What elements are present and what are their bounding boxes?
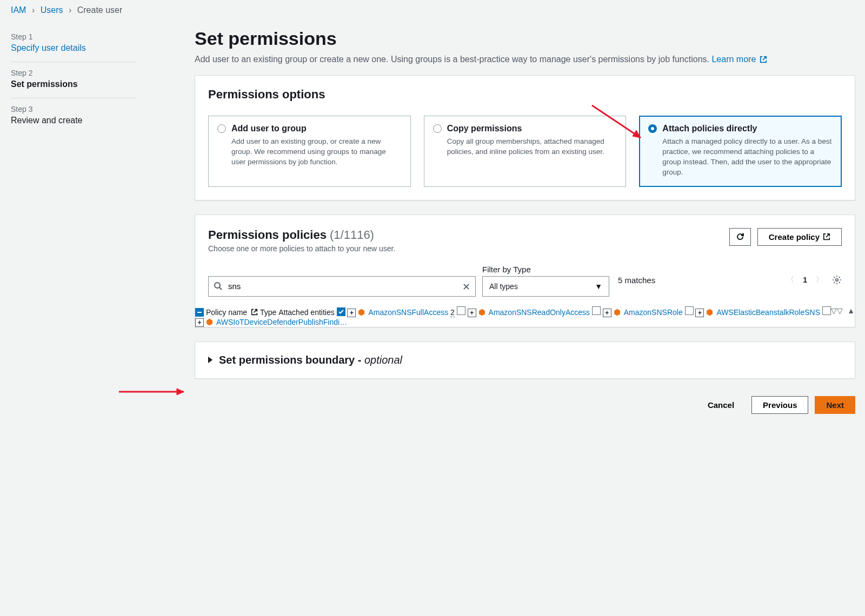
step-label: Step 1: [11, 32, 135, 41]
option-title: Add user to group: [231, 124, 307, 133]
policy-box-icon: ⬢: [706, 307, 713, 317]
wizard-footer: Cancel Previous Next: [195, 393, 855, 414]
breadcrumb-iam[interactable]: IAM: [11, 5, 26, 15]
policy-link[interactable]: AWSElasticBeanstalkRoleSNS: [716, 308, 820, 317]
policies-count: (1/1116): [330, 228, 374, 242]
breadcrumb-users[interactable]: Users: [41, 5, 63, 15]
policy-box-icon: ⬢: [614, 307, 621, 317]
svg-rect-2: [197, 312, 202, 313]
option-add-to-group[interactable]: Add user to group Add user to an existin…: [208, 116, 411, 187]
page-next[interactable]: 〉: [816, 275, 823, 285]
page-prev[interactable]: 〈: [787, 275, 794, 285]
step-1[interactable]: Step 1 Specify user details: [11, 26, 135, 62]
option-desc: Attach a managed policy directly to a us…: [648, 137, 833, 178]
previous-button[interactable]: Previous: [751, 396, 808, 414]
caret-down-icon: ▼: [595, 282, 602, 291]
col-attached[interactable]: Attached entities: [278, 308, 335, 317]
step-title: Review and create: [11, 116, 135, 125]
boundary-optional: optional: [364, 354, 402, 366]
option-desc: Add user to an existing group, or create…: [217, 137, 402, 168]
caret-right-icon[interactable]: [208, 357, 212, 363]
learn-more-link[interactable]: Learn more: [711, 55, 767, 64]
filter-type-label: Filter by Type: [482, 265, 609, 274]
permissions-boundary-panel[interactable]: Set permissions boundary - optional: [195, 342, 855, 379]
create-policy-button[interactable]: Create policy: [757, 228, 842, 246]
page-number: 1: [803, 276, 807, 284]
policy-link[interactable]: AmazonSNSFullAccess: [368, 308, 448, 317]
expand-button[interactable]: +: [195, 318, 204, 327]
refresh-button[interactable]: [729, 228, 751, 246]
radio-icon[interactable]: [648, 124, 657, 133]
policy-box-icon: ⬢: [358, 307, 365, 317]
policy-box-icon: ⬢: [206, 317, 213, 326]
gear-icon: [832, 275, 842, 285]
policy-box-icon: ⬢: [478, 307, 485, 317]
expand-button[interactable]: +: [347, 309, 356, 317]
option-title: Copy permissions: [447, 124, 522, 133]
select-all-checkbox[interactable]: [195, 308, 204, 317]
option-desc: Copy all group memberships, attached man…: [433, 137, 617, 157]
boundary-title: Set permissions boundary -: [219, 354, 364, 366]
row-checkbox[interactable]: [685, 306, 694, 315]
chevron-right-icon: ›: [69, 5, 71, 15]
page-description: Add user to an existing group or create …: [195, 55, 855, 64]
step-title[interactable]: Specify user details: [11, 43, 135, 53]
breadcrumb: IAM › Users › Create user: [0, 0, 865, 21]
row-checkbox[interactable]: [457, 306, 465, 315]
step-3: Step 3 Review and create: [11, 98, 135, 134]
policy-link[interactable]: AmazonSNSRole: [624, 308, 683, 317]
external-link-icon: [760, 56, 767, 63]
policies-title: Permissions policies (1/1116): [208, 228, 374, 242]
option-attach-directly[interactable]: Attach policies directly Attach a manage…: [639, 116, 842, 187]
cancel-button[interactable]: Cancel: [697, 396, 745, 414]
step-label: Step 2: [11, 69, 135, 77]
refresh-icon: [736, 232, 744, 241]
row-checkbox[interactable]: [337, 307, 345, 316]
external-link-icon: [823, 233, 830, 240]
step-2: Step 2 Set permissions: [11, 62, 135, 98]
search-icon: [214, 282, 222, 290]
chevron-right-icon: ›: [32, 5, 35, 15]
option-title: Attach policies directly: [662, 124, 757, 133]
match-count: 5 matches: [618, 276, 655, 285]
sort-asc-icon[interactable]: ▲: [847, 306, 855, 315]
search-wrap: ✕: [208, 276, 476, 297]
policies-subtitle: Choose one or more policies to attach to…: [208, 244, 395, 253]
option-copy-permissions[interactable]: Copy permissions Copy all group membersh…: [424, 116, 627, 187]
svg-point-1: [836, 279, 839, 282]
filter-icon[interactable]: ▽: [837, 306, 843, 315]
filter-icon[interactable]: ▽: [831, 306, 837, 315]
svg-point-0: [215, 283, 220, 288]
policy-link[interactable]: AmazonSNSReadOnlyAccess: [489, 308, 590, 317]
col-type[interactable]: Type: [260, 308, 276, 317]
policy-search-input[interactable]: [208, 276, 476, 297]
policies-table: Policy name ▲ Type ▽ Attached entities: [195, 308, 831, 326]
clear-icon[interactable]: ✕: [462, 281, 470, 293]
step-title: Set permissions: [11, 79, 135, 89]
step-label: Step 3: [11, 105, 135, 113]
steps-sidebar: Step 1 Specify user details Step 2 Set p…: [0, 21, 146, 430]
panel-title: Permissions options: [208, 88, 842, 102]
filter-type-select[interactable]: All types ▼: [482, 276, 609, 297]
row-checkbox[interactable]: [592, 306, 601, 315]
col-policy-name[interactable]: Policy name: [206, 308, 247, 317]
policy-link[interactable]: AWSIoTDeviceDefenderPublishFindi…: [216, 318, 347, 326]
expand-button[interactable]: +: [695, 309, 704, 317]
external-link-icon: [251, 309, 258, 316]
next-button[interactable]: Next: [815, 396, 855, 414]
row-checkbox[interactable]: [822, 306, 831, 315]
pagination: 〈 1 〉: [787, 275, 842, 285]
breadcrumb-current: Create user: [77, 5, 123, 15]
settings-gear[interactable]: [832, 275, 842, 285]
expand-button[interactable]: +: [603, 309, 611, 317]
expand-button[interactable]: +: [468, 309, 476, 317]
permissions-policies-panel: Permissions policies (1/1116) Choose one…: [195, 215, 855, 327]
permissions-options-panel: Permissions options Add user to group Ad…: [195, 75, 855, 200]
radio-icon[interactable]: [433, 124, 442, 133]
radio-icon[interactable]: [217, 124, 226, 133]
page-title: Set permissions: [195, 28, 855, 49]
